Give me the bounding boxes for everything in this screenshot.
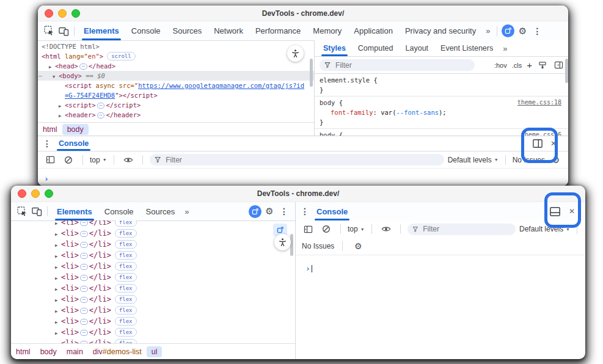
console-filter[interactable] <box>150 154 444 166</box>
inline-expand-icon[interactable]: ⋯ <box>97 112 105 118</box>
rendering-emulation-icon[interactable] <box>537 58 548 73</box>
style-rule-body-theme6[interactable]: theme.css:6body { <box>315 129 568 136</box>
console-pane-tab[interactable]: Console <box>310 202 354 220</box>
context-selector[interactable]: top▼ <box>90 156 107 164</box>
tab-console[interactable]: Console <box>98 202 140 220</box>
close-drawer-icon[interactable]: ✕ <box>546 136 561 151</box>
no-issues-label[interactable]: No Issues <box>302 242 334 250</box>
styles-filter[interactable] <box>320 59 475 71</box>
console-settings-gear-icon[interactable]: ⚙ <box>549 153 563 167</box>
device-mode-badge-icon[interactable] <box>247 204 262 219</box>
default-levels-selector[interactable]: Default levels▼ <box>448 156 499 164</box>
breadcrumb-ul[interactable]: ul <box>147 346 163 357</box>
tab-sources[interactable]: Sources <box>167 21 208 40</box>
flex-badge[interactable]: flex <box>115 273 137 282</box>
tree-row-li[interactable]: ▶<li>⋯</li>flex <box>11 239 295 250</box>
flex-badge[interactable]: flex <box>115 328 137 337</box>
inspect-element-icon[interactable] <box>42 24 56 38</box>
dom-node-doctype[interactable]: <!DOCTYPE html> <box>42 42 314 51</box>
scrollbar-thumb[interactable] <box>290 234 293 256</box>
tree-row-li[interactable]: ▶<li>⋯</li>flex <box>11 305 295 316</box>
style-rule-inline[interactable]: element.style { } <box>315 74 568 96</box>
tab-console[interactable]: Console <box>125 21 167 40</box>
no-issues-label[interactable]: No Issues <box>513 156 545 164</box>
console-filter-input[interactable] <box>164 155 439 165</box>
node-options-dots[interactable]: ⋯ <box>38 71 42 81</box>
flex-badge[interactable]: flex <box>115 306 137 315</box>
accessibility-button[interactable] <box>287 45 304 62</box>
flex-badge[interactable]: flex <box>115 240 137 249</box>
dom-node-script[interactable]: ▶<script>⋯</script> <box>42 100 314 110</box>
flex-badge[interactable]: flex <box>115 317 137 326</box>
dom-node-header[interactable]: ▶<header>⋯</header> <box>42 110 314 120</box>
inline-expand-icon[interactable]: ⋯ <box>80 220 88 226</box>
live-expression-eye-icon[interactable] <box>379 222 393 236</box>
pane-kebab-menu-icon[interactable]: ⋮ <box>299 204 310 219</box>
kebab-menu-icon[interactable]: ⋮ <box>530 24 544 38</box>
dom-node-html[interactable]: <html lang="en">scroll <box>42 51 314 61</box>
breadcrumb-html[interactable]: html <box>11 346 35 357</box>
default-levels-selector[interactable]: Default levels▼ <box>519 225 570 233</box>
breadcrumb-body[interactable]: body <box>62 124 89 135</box>
console-settings-gear-icon[interactable]: ⚙ <box>351 239 365 253</box>
kebab-menu-icon[interactable]: ⋮ <box>277 204 291 219</box>
source-link[interactable]: theme.css:18 <box>517 98 561 107</box>
styles-filter-input[interactable] <box>334 60 470 70</box>
breadcrumb-html[interactable]: html <box>38 124 62 135</box>
context-selector[interactable]: top▼ <box>348 225 365 233</box>
live-expression-eye-icon[interactable] <box>121 153 136 167</box>
flex-badge[interactable]: flex <box>115 220 137 227</box>
flex-badge[interactable]: flex <box>115 251 137 260</box>
new-style-rule-button[interactable]: + <box>527 60 532 70</box>
drawer-kebab-menu-icon[interactable]: ⋮ <box>42 136 53 151</box>
settings-gear-icon[interactable]: ⚙ <box>515 24 530 38</box>
tree-row-li[interactable]: ▶<li>⋯</li>flex <box>11 316 295 327</box>
console-sidebar-icon[interactable] <box>43 153 57 167</box>
tab-sources[interactable]: Sources <box>140 202 181 220</box>
console-sidebar-icon[interactable] <box>301 222 315 236</box>
flex-badge[interactable]: flex <box>115 262 137 271</box>
clear-console-icon[interactable] <box>61 153 76 167</box>
flex-badge[interactable]: flex <box>115 284 137 293</box>
console-prompt-row[interactable]: › <box>296 255 585 274</box>
breadcrumb-body[interactable]: body <box>35 346 62 357</box>
tree-row-li[interactable]: ▶<li>⋯</li>flex <box>11 272 295 283</box>
tab-elements[interactable]: Elements <box>78 21 125 40</box>
tree-row-li[interactable]: ▶<li>⋯</li>flex <box>11 338 295 343</box>
inline-expand-icon[interactable]: ⋯ <box>97 103 105 109</box>
breadcrumb-main[interactable]: main <box>62 346 88 357</box>
tree-row-li[interactable]: ▶<li>⋯</li>flex <box>11 294 295 305</box>
console-prompt-row[interactable]: › <box>38 169 568 184</box>
source-link[interactable]: theme.css:6 <box>521 130 561 136</box>
settings-gear-icon[interactable]: ⚙ <box>262 204 277 219</box>
close-pane-icon[interactable]: ✕ <box>565 204 579 219</box>
more-tabs-icon[interactable]: » <box>181 207 192 216</box>
toggle-class-button[interactable]: .cls <box>512 62 522 69</box>
clear-console-icon[interactable] <box>319 222 334 236</box>
tree-row-li[interactable]: ▶<li>⋯</li>flex <box>11 327 295 338</box>
drawer-tab-console[interactable]: Console <box>53 136 95 151</box>
console-filter-input[interactable] <box>422 224 511 234</box>
sidebar-tab-event-listeners[interactable]: Event Listeners <box>434 40 499 56</box>
scrollbar-thumb[interactable] <box>310 59 313 87</box>
tree-row-li[interactable]: ▶<li>⋯</li>flex <box>11 228 295 239</box>
dock-to-bottom-icon[interactable] <box>547 204 562 219</box>
sidebar-tab-styles[interactable]: Styles <box>317 40 352 56</box>
flex-badge[interactable]: flex <box>115 229 137 238</box>
tab-elements[interactable]: Elements <box>51 202 98 220</box>
dom-node-head[interactable]: ▶<head>⋯</head> <box>42 61 314 71</box>
tree-row-li[interactable]: ▶<li>⋯</li>flex <box>11 250 295 261</box>
device-toolbar-icon[interactable] <box>29 204 44 219</box>
more-tabs-icon[interactable]: » <box>499 44 511 53</box>
tree-row-li[interactable]: ▶<li>⋯</li>flex <box>11 261 295 272</box>
scroll-badge[interactable]: scroll <box>107 52 136 60</box>
tab-application[interactable]: Application <box>348 21 399 40</box>
dom-node-body-selected[interactable]: ⋯▼<body> == $0 <box>38 71 314 81</box>
tab-network[interactable]: Network <box>208 21 249 40</box>
tab-privacy-and-security[interactable]: Privacy and security <box>399 21 482 40</box>
style-rule-body-theme18[interactable]: theme.css:18body { font-family: var(--fo… <box>315 96 568 129</box>
more-tabs-icon[interactable]: » <box>482 26 494 35</box>
inspect-element-icon[interactable] <box>15 204 29 219</box>
dock-to-side-icon[interactable] <box>530 136 545 151</box>
scrollbar-thumb[interactable] <box>565 59 568 83</box>
